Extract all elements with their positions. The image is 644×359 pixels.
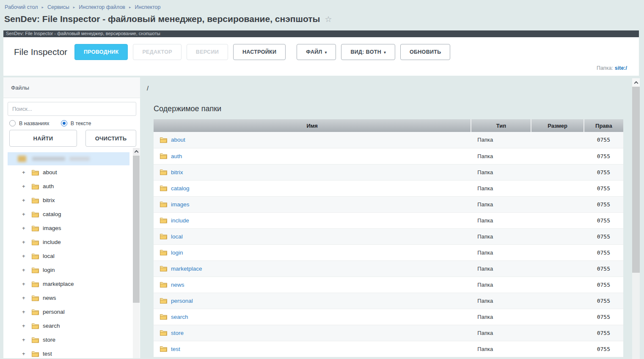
tree-item-label[interactable]: about	[43, 169, 57, 175]
perms-cell: 0755	[584, 341, 623, 357]
type-cell: Папка	[471, 132, 531, 148]
scroll-up-icon[interactable]	[133, 148, 140, 155]
search-scope-radio-0[interactable]: В названиях	[9, 120, 50, 126]
settings-button[interactable]: НАСТРОЙКИ	[233, 44, 286, 60]
clear-button[interactable]: ОЧИСТИТЬ	[85, 130, 136, 147]
tree-item[interactable]: + search	[3, 319, 140, 333]
breadcrumb-link[interactable]: Сервисы	[47, 4, 69, 10]
folder-link[interactable]: search	[171, 314, 188, 320]
tree-item[interactable]: + personal	[3, 305, 140, 319]
tree-item-label[interactable]: bitrix	[43, 197, 55, 203]
tree-item-label[interactable]: catalog	[43, 211, 61, 217]
folder-link[interactable]: catalog	[171, 185, 190, 192]
table-row: personal Папка 0755	[154, 293, 623, 309]
tree-item-label[interactable]: personal	[43, 309, 65, 315]
tree-item[interactable]: + marketplace	[3, 277, 140, 291]
tree-item-label[interactable]: news	[43, 295, 56, 301]
expand-plus-icon[interactable]: +	[22, 309, 28, 315]
folder-link[interactable]: marketplace	[171, 266, 202, 272]
tree-scrollbar[interactable]	[133, 148, 140, 358]
radio-unchecked-icon[interactable]	[9, 120, 16, 126]
folder-link[interactable]: test	[171, 346, 180, 352]
refresh-button[interactable]: ОБНОВИТЬ	[400, 44, 451, 60]
expand-plus-icon[interactable]: +	[22, 211, 28, 217]
tree-item-label[interactable]: search	[43, 323, 60, 329]
tree-item[interactable]: + auth	[3, 179, 140, 193]
table-row: news Папка 0755	[154, 277, 623, 293]
tree-item-label[interactable]: test	[43, 351, 52, 357]
expand-plus-icon[interactable]: +	[22, 225, 28, 231]
folder-link[interactable]: news	[171, 282, 184, 288]
tree-item[interactable]: + images	[3, 221, 140, 235]
search-input[interactable]	[8, 102, 136, 116]
folder-link[interactable]: local	[171, 233, 183, 240]
tree-item[interactable]: + about	[3, 165, 140, 179]
tree-item-label[interactable]: marketplace	[43, 281, 74, 287]
expand-plus-icon[interactable]: +	[22, 267, 28, 273]
folder-link[interactable]: store	[171, 330, 184, 336]
tree-item[interactable]: + bitrix	[3, 193, 140, 207]
tree-item[interactable]: + news	[3, 291, 140, 305]
name-cell: news	[154, 277, 471, 293]
breadcrumb-link[interactable]: Инспектор	[135, 4, 161, 10]
tree-item-label[interactable]: include	[43, 239, 61, 245]
expand-plus-icon[interactable]: +	[22, 281, 28, 287]
expand-plus-icon[interactable]: +	[22, 239, 28, 245]
perms-cell: 0755	[584, 212, 623, 228]
expand-plus-icon[interactable]: +	[22, 295, 28, 301]
table-row: test Папка 0755	[154, 341, 623, 357]
type-cell: Папка	[471, 148, 531, 164]
tree-scrollbar-thumb[interactable]	[133, 156, 140, 303]
tree-item[interactable]: + catalog	[3, 207, 140, 221]
scroll-up-icon[interactable]	[632, 78, 640, 87]
favorite-star-icon[interactable]: ☆	[325, 15, 332, 23]
tree-item[interactable]: + store	[3, 333, 140, 347]
folder-link[interactable]: personal	[171, 298, 193, 304]
folder-link[interactable]: include	[171, 217, 189, 224]
explorer-button[interactable]: ПРОВОДНИК	[74, 44, 128, 60]
expand-plus-icon[interactable]: +	[22, 323, 28, 329]
folder-link[interactable]: auth	[171, 153, 182, 159]
breadcrumb-link[interactable]: Рабочий стол	[5, 4, 38, 10]
breadcrumb-separator-icon: ▸	[73, 5, 75, 9]
expand-plus-icon[interactable]: +	[22, 253, 28, 259]
tree-root-item-redacted[interactable]	[8, 152, 129, 165]
current-folder-link[interactable]: site:/	[615, 65, 627, 71]
tree-item[interactable]: + include	[3, 235, 140, 249]
expand-plus-icon[interactable]: +	[22, 197, 28, 203]
main-scrollbar[interactable]	[632, 78, 640, 359]
table-row: store Папка 0755	[154, 325, 623, 341]
folder-link[interactable]: about	[171, 137, 185, 143]
files-table: ИмяТипРазмерПрава about Папка 0755 auth …	[154, 119, 623, 357]
radio-checked-icon[interactable]	[61, 120, 67, 126]
tree-item-label[interactable]: login	[43, 267, 55, 273]
view-menu-button[interactable]: ВИД: BOTH▾	[341, 44, 395, 60]
expand-plus-icon[interactable]: +	[22, 183, 28, 189]
tree-item-label[interactable]: store	[43, 337, 55, 343]
search-scope-radio-1[interactable]: В тексте	[61, 120, 91, 126]
main-scrollbar-thumb[interactable]	[632, 87, 640, 273]
folder-link[interactable]: bitrix	[171, 169, 183, 175]
file-menu-button[interactable]: ФАЙЛ▾	[297, 44, 336, 60]
tree-item-label[interactable]: auth	[43, 183, 54, 189]
type-cell: Папка	[471, 212, 531, 228]
find-button[interactable]: НАЙТИ	[9, 130, 77, 147]
perms-cell: 0755	[584, 196, 623, 212]
folder-link[interactable]: images	[171, 201, 190, 208]
tree-item[interactable]: + local	[3, 249, 140, 263]
tree-item[interactable]: + login	[3, 263, 140, 277]
expand-plus-icon[interactable]: +	[22, 351, 28, 357]
sidebar-buttons: НАЙТИ ОЧИСТИТЬ	[9, 130, 140, 147]
type-cell: Папка	[471, 196, 531, 212]
tree-item-label[interactable]: images	[43, 225, 61, 231]
expand-plus-icon[interactable]: +	[22, 169, 28, 175]
expand-plus-icon[interactable]: +	[22, 337, 28, 343]
toolbar: File Inspector ПРОВОДНИКРЕДАКТОРВЕРСИИНА…	[3, 37, 639, 76]
size-cell	[531, 293, 583, 309]
size-cell	[531, 228, 583, 244]
folder-link[interactable]: login	[171, 249, 183, 256]
tree-item[interactable]: + test	[3, 347, 140, 358]
breadcrumb-link[interactable]: Инспектор файлов	[79, 4, 125, 10]
breadcrumb-separator-icon: ▸	[129, 5, 131, 9]
tree-item-label[interactable]: local	[43, 253, 55, 259]
